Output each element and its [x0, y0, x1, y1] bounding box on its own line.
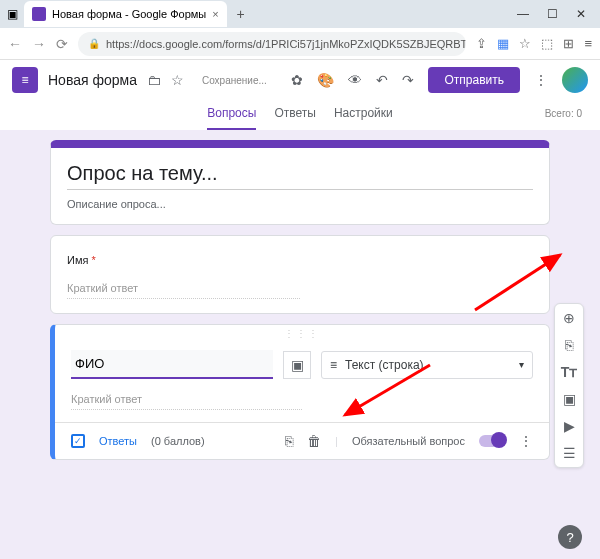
undo-icon[interactable]: ↶ — [376, 72, 388, 88]
question-type-label: Текст (строка) — [345, 358, 424, 372]
new-tab-button[interactable]: + — [231, 6, 251, 22]
drag-handle-icon[interactable]: ⋮⋮⋮ — [55, 325, 549, 342]
question-card-2-active[interactable]: ⋮⋮⋮ ФИО ▣ ≡ Текст (строка) ▾ Краткий отв… — [50, 324, 550, 460]
lock-icon: 🔒 — [88, 38, 100, 49]
avatar[interactable] — [562, 67, 588, 93]
required-toggle[interactable] — [479, 435, 505, 447]
star-icon[interactable]: ☆ — [171, 72, 184, 88]
menu-icon[interactable]: ≡ — [584, 36, 592, 51]
save-status: Сохранение... — [202, 75, 267, 86]
total-responses: Всего: 0 — [545, 108, 582, 119]
question-type-select[interactable]: ≡ Текст (строка) ▾ — [321, 351, 533, 379]
add-video-icon[interactable]: ▶ — [560, 418, 578, 434]
apps-icon[interactable]: ⊞ — [563, 36, 574, 51]
floating-toolbar: ⊕ ⎘ Tᴛ ▣ ▶ ☰ — [554, 303, 584, 468]
folder-icon[interactable]: 🗀 — [147, 72, 161, 88]
add-image-icon[interactable]: ▣ — [283, 351, 311, 379]
question-more-icon[interactable]: ⋮ — [519, 433, 533, 449]
close-window-icon[interactable]: ✕ — [576, 7, 586, 21]
chevron-down-icon: ▾ — [519, 359, 524, 370]
browser-chrome: ▣ Новая форма - Google Формы × + — ☐ ✕ ←… — [0, 0, 600, 60]
question-card-1[interactable]: Имя * Краткий ответ — [50, 235, 550, 314]
duplicate-icon[interactable]: ⎘ — [285, 433, 293, 449]
browser-tab[interactable]: Новая форма - Google Формы × — [24, 1, 227, 27]
add-section-icon[interactable]: ☰ — [560, 445, 578, 461]
forward-icon[interactable]: → — [32, 36, 46, 52]
tab-questions[interactable]: Вопросы — [207, 106, 256, 130]
url-text: https://docs.google.com/forms/d/1PRICi57… — [106, 38, 466, 50]
required-asterisk: * — [92, 254, 96, 266]
form-name[interactable]: Новая форма — [48, 72, 137, 88]
translate-icon[interactable]: ▦ — [497, 36, 509, 51]
address-bar[interactable]: 🔒 https://docs.google.com/forms/d/1PRICi… — [78, 32, 466, 56]
extension-icon[interactable]: ⬚ — [541, 36, 553, 51]
more-icon[interactable]: ⋮ — [534, 72, 548, 88]
answers-label[interactable]: Ответы — [99, 435, 137, 447]
help-button[interactable]: ? — [558, 525, 582, 549]
add-question-icon[interactable]: ⊕ — [560, 310, 578, 326]
question-label: Имя * — [67, 254, 96, 266]
short-text-icon: ≡ — [330, 358, 337, 372]
title-card[interactable]: Опрос на тему... Описание опроса... — [50, 140, 550, 225]
tab-answers[interactable]: Ответы — [274, 106, 315, 130]
delete-icon[interactable]: 🗑 — [307, 433, 321, 449]
forms-logo-icon[interactable]: ≡ — [12, 67, 38, 93]
maximize-icon[interactable]: ☐ — [547, 7, 558, 21]
app-header: ≡ Новая форма 🗀 ☆ Сохранение... ✿ 🎨 👁 ↶ … — [0, 60, 600, 100]
addon-icon[interactable]: ✿ — [291, 72, 303, 88]
share-icon[interactable]: ⇪ — [476, 36, 487, 51]
question-title-input[interactable]: ФИО — [71, 350, 273, 379]
tab-settings[interactable]: Настройки — [334, 106, 393, 130]
short-answer-placeholder: Краткий ответ — [71, 389, 302, 410]
close-tab-icon[interactable]: × — [212, 8, 218, 20]
form-title-input[interactable]: Опрос на тему... — [67, 162, 533, 190]
forms-favicon-icon — [32, 7, 46, 21]
short-answer-placeholder: Краткий ответ — [67, 278, 300, 299]
redo-icon[interactable]: ↷ — [402, 72, 414, 88]
add-title-icon[interactable]: Tᴛ — [560, 364, 578, 380]
add-image-icon[interactable]: ▣ — [560, 391, 578, 407]
reload-icon[interactable]: ⟳ — [56, 36, 68, 52]
minimize-icon[interactable]: — — [517, 7, 529, 21]
tab-title: Новая форма - Google Формы — [52, 8, 206, 20]
form-description-input[interactable]: Описание опроса... — [67, 198, 533, 210]
send-button[interactable]: Отправить — [428, 67, 520, 93]
theme-icon[interactable]: 🎨 — [317, 72, 334, 88]
import-questions-icon[interactable]: ⎘ — [560, 337, 578, 353]
points-label: (0 баллов) — [151, 435, 205, 447]
tabs-overview-icon[interactable]: ▣ — [4, 6, 20, 22]
bookmark-icon[interactable]: ☆ — [519, 36, 531, 51]
form-canvas: Опрос на тему... Описание опроса... Имя … — [0, 130, 600, 480]
required-label: Обязательный вопрос — [352, 435, 465, 447]
answers-checkbox[interactable]: ✓ — [71, 434, 85, 448]
editor-tabs: Вопросы Ответы Настройки Всего: 0 — [0, 100, 600, 130]
back-icon[interactable]: ← — [8, 36, 22, 52]
preview-icon[interactable]: 👁 — [348, 72, 362, 88]
